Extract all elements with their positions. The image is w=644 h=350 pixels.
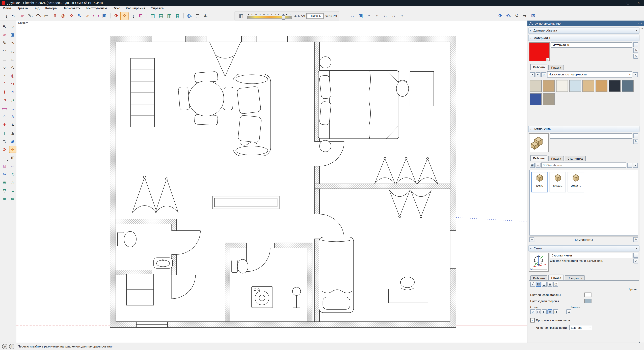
styles-header[interactable]: ▾ Стили ×	[528, 245, 640, 252]
sandbox-flip-edge-tool[interactable]: ⇋	[9, 195, 16, 202]
material-swatch[interactable]	[530, 93, 542, 105]
back-color-swatch[interactable]	[584, 299, 592, 303]
arc-tool[interactable]: ◠	[1, 47, 8, 55]
material-name-input[interactable]	[551, 42, 632, 48]
orbit-button[interactable]: ⟳	[496, 12, 504, 20]
back-button[interactable]: ◂	[530, 72, 535, 77]
look-around-button[interactable]: ⟲ ▾	[504, 12, 512, 20]
style-name-input[interactable]	[550, 253, 632, 258]
scroll-up-icon[interactable]: ▴	[642, 27, 643, 29]
sandbox-stamp-tool[interactable]: ▽	[1, 187, 8, 194]
maximize-button[interactable]: ▢	[623, 0, 634, 6]
view-options-button[interactable]: ▦	[530, 163, 535, 168]
entity-info-header[interactable]: ▸ Данные объекта ×	[528, 27, 640, 34]
shadow-date-slider[interactable]: ЯФМАМИИАСОНД	[247, 13, 292, 18]
rectangle-tool[interactable]: ▭ ▾	[43, 12, 51, 20]
flip-tool[interactable]: ⇄	[9, 96, 16, 104]
zoom-window-tool[interactable]: ⊞	[9, 154, 16, 161]
materials-header[interactable]: ▾ Материалы ×	[528, 35, 640, 41]
modeling-settings-icon[interactable]: ▢	[553, 282, 558, 287]
drawing-canvas[interactable]: Сверху	[16, 20, 528, 343]
minimize-button[interactable]: ─	[612, 0, 623, 6]
extension-plug-button[interactable]: ↯	[512, 12, 521, 20]
shaded-textures-style-button[interactable]: ▩	[548, 310, 552, 314]
rotate-tool[interactable]: ↻	[76, 12, 84, 20]
3d-text-tool[interactable]: A	[9, 121, 16, 128]
new-file-button[interactable]: ▢	[193, 12, 202, 20]
position-camera-tool[interactable]: ♟	[9, 129, 16, 137]
tab[interactable]: Соединить	[565, 275, 585, 280]
pie-tool[interactable]: ◔	[1, 72, 8, 79]
component-preview[interactable]	[529, 133, 549, 152]
shaded-style-button[interactable]: ◧	[542, 310, 546, 314]
menu-item[interactable]: Правка	[14, 6, 30, 10]
move-tool[interactable]: ✛	[68, 12, 76, 20]
floor-plan[interactable]	[16, 20, 528, 343]
create-material-button[interactable]: ⊕	[633, 48, 638, 53]
view-back-button[interactable]: ⌂	[381, 12, 390, 20]
export-button[interactable]: ⇨	[521, 12, 529, 20]
offset-tool[interactable]: ◎	[59, 12, 68, 20]
feedback-button[interactable]: ✉	[529, 12, 537, 20]
sandbox-drape-tool[interactable]: ≡	[9, 187, 16, 194]
xray-style-button[interactable]: ⊡	[566, 310, 571, 314]
sandbox-smoove-tool[interactable]: △	[9, 179, 16, 186]
orbit-tool[interactable]: ⟳	[112, 12, 120, 20]
refresh-tool[interactable]: ⟲	[9, 170, 16, 178]
section-cuts-toggle[interactable]: ▥	[165, 12, 173, 20]
line-tool[interactable]: ✎	[1, 39, 8, 46]
sandbox-from-contours-tool[interactable]: ≋	[1, 179, 8, 186]
background-settings-icon[interactable]: ▂	[542, 282, 546, 287]
menu-item[interactable]: Окно	[110, 6, 123, 10]
walk-tool[interactable]: ⇅	[1, 137, 8, 145]
previous-view-button[interactable]: ↩	[9, 162, 16, 169]
move-tool[interactable]: ✛	[1, 88, 8, 95]
view-bottom-button[interactable]: ⌂	[398, 12, 406, 20]
text-tool[interactable]: A	[9, 113, 16, 120]
protractor-tool[interactable]: ◠	[1, 113, 8, 120]
component-card[interactable]: Отбор ...	[568, 172, 584, 192]
refresh-style-icon[interactable]: ⟳	[530, 268, 532, 271]
pushpull-tool[interactable]: ⇧	[51, 12, 59, 20]
help-icon[interactable]: i	[9, 344, 14, 349]
tab[interactable]: Выбрать	[530, 64, 548, 70]
two-point-arc-tool[interactable]: ◡	[9, 47, 16, 55]
tab[interactable]: Правка	[548, 275, 564, 280]
component-name-input[interactable]	[550, 133, 632, 139]
arc-tool[interactable]: ◠ ▾	[34, 12, 43, 20]
close-button[interactable]: ×	[633, 0, 644, 6]
tape-measure-tool[interactable]: ⟷	[92, 12, 100, 20]
axes-tool[interactable]: ✚	[1, 121, 8, 128]
material-swatch[interactable]	[608, 80, 620, 92]
search-button[interactable]: ○	[2, 12, 10, 20]
line-tool[interactable]: ✎ ▾	[26, 12, 34, 20]
style-preview[interactable]: ⟳	[529, 253, 549, 272]
paint-bucket-tool[interactable]: ▣	[9, 31, 16, 38]
paint-bucket-tool[interactable]: ▣	[100, 12, 108, 20]
polygon-tool[interactable]: ◇	[9, 63, 16, 71]
close-tray-icon[interactable]: ×	[640, 22, 642, 25]
next-view-button[interactable]: ↪	[1, 170, 8, 178]
update-style-button[interactable]: ⟳	[633, 259, 638, 263]
menu-item[interactable]: Инструменты	[83, 6, 110, 10]
select-tool[interactable]: ↖ ▾	[10, 12, 18, 20]
time-field[interactable]: Полдень	[306, 13, 324, 18]
transparency-checkbox[interactable]: ✓	[530, 318, 535, 323]
forward-button[interactable]: ▸	[536, 72, 540, 77]
close-section-icon[interactable]: ×	[636, 247, 638, 250]
secondary-pane-button[interactable]: ◫	[633, 42, 638, 47]
secondary-pane-button[interactable]: ◫	[633, 253, 638, 258]
pushpull-tool[interactable]: ⇧	[1, 80, 8, 87]
pan-tool[interactable]: ✛	[120, 12, 129, 20]
face-settings-icon[interactable]: ◧	[536, 282, 541, 287]
secondary-pane-button[interactable]: ◫	[633, 133, 638, 138]
followme-tool[interactable]: ↪	[9, 80, 16, 87]
add-location-button[interactable]: ◍ ▾	[185, 12, 193, 20]
section-display-toggle[interactable]: ▤	[157, 12, 165, 20]
signin-button[interactable]: ♟ ▾	[202, 12, 210, 20]
separator[interactable]	[182, 12, 185, 20]
eraser-tool[interactable]: ▰	[1, 31, 8, 38]
separator[interactable]	[108, 12, 112, 20]
in-model-components-button[interactable]: ⌂	[536, 163, 540, 168]
edit-component-button[interactable]: ✎	[633, 139, 638, 144]
